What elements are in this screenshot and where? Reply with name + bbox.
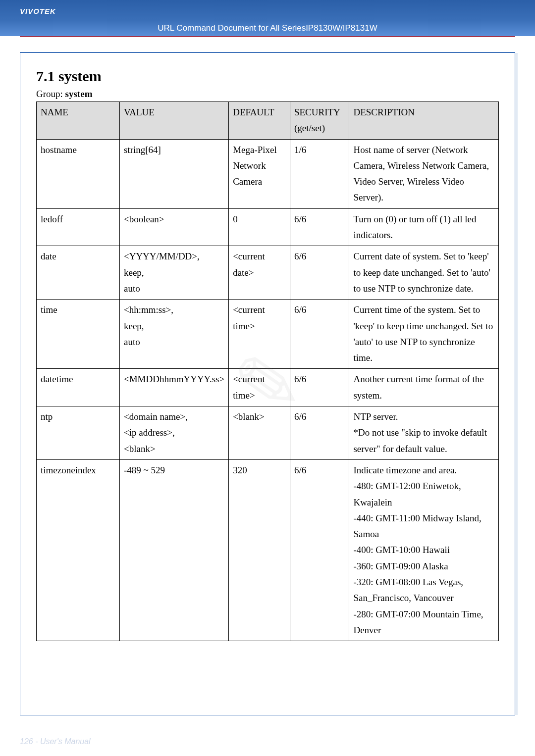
cell-default: <blank> <box>229 406 290 460</box>
header-rule <box>20 36 515 37</box>
cell-desc: Indicate timezone and area. -480: GMT-12… <box>349 459 499 641</box>
group-value: system <box>65 89 93 99</box>
col-security: SECURITY(get/set) <box>290 102 349 140</box>
cell-value: -489 ~ 529 <box>119 459 228 641</box>
cell-security: 1/6 <box>290 139 349 208</box>
table-row: hostnamestring[64]Mega-Pixel Network Cam… <box>37 139 499 208</box>
cell-value: <YYYY/MM/DD>, keep, auto <box>119 246 228 300</box>
col-description: DESCRIPTION <box>349 102 499 140</box>
cell-default: 320 <box>229 459 290 641</box>
cell-security: 6/6 <box>290 406 349 460</box>
cell-value: <boolean> <box>119 208 228 246</box>
page-footer: 126 - User's Manual <box>20 737 91 746</box>
cell-name: ntp <box>37 406 120 460</box>
cell-desc: NTP server. *Do not use "skip to invoke … <box>349 406 499 460</box>
cell-desc: Host name of server (Network Camera, Wir… <box>349 139 499 208</box>
brand-bar: VIVOTEK <box>0 0 535 20</box>
cell-desc: Current time of the system. Set to 'keep… <box>349 300 499 369</box>
cell-value: string[64] <box>119 139 228 208</box>
cell-security: 6/6 <box>290 208 349 246</box>
group-label: Group: <box>36 89 65 99</box>
group-line: Group: system <box>36 89 499 100</box>
cell-name: ledoff <box>37 208 120 246</box>
table-header-row: NAME VALUE DEFAULT SECURITY(get/set) DES… <box>37 102 499 140</box>
section-heading: 7.1 system <box>36 68 499 85</box>
cell-name: datetime <box>37 369 120 406</box>
col-default: DEFAULT <box>229 102 290 140</box>
table-row: date<YYYY/MM/DD>, keep, auto<current dat… <box>37 246 499 300</box>
cell-desc: Another current time format of the syste… <box>349 369 499 406</box>
cell-default: <current time> <box>229 300 290 369</box>
table-row: time<hh:mm:ss>, keep, auto<current time>… <box>37 300 499 369</box>
col-name: NAME <box>37 102 120 140</box>
cell-default: <current date> <box>229 246 290 300</box>
doc-title: URL Command Document for All SeriesIP813… <box>0 20 535 36</box>
cell-security: 6/6 <box>290 300 349 369</box>
system-table: NAME VALUE DEFAULT SECURITY(get/set) DES… <box>36 101 499 641</box>
page-frame: ✎ 7.1 system Group: system NAME VALUE DE… <box>20 52 515 715</box>
cell-default: 0 <box>229 208 290 246</box>
cell-security: 6/6 <box>290 246 349 300</box>
table-row: timezoneindex-489 ~ 5293206/6Indicate ti… <box>37 459 499 641</box>
cell-value: <MMDDhhmmYYYY.ss> <box>119 369 228 406</box>
cell-value: <domain name>, <ip address>, <blank> <box>119 406 228 460</box>
cell-name: time <box>37 300 120 369</box>
cell-security: 6/6 <box>290 459 349 641</box>
table-row: ledoff<boolean>06/6Turn on (0) or turn o… <box>37 208 499 246</box>
cell-desc: Current date of system. Set to 'keep' to… <box>349 246 499 300</box>
cell-desc: Turn on (0) or turn off (1) all led indi… <box>349 208 499 246</box>
cell-name: date <box>37 246 120 300</box>
cell-value: <hh:mm:ss>, keep, auto <box>119 300 228 369</box>
table-row: datetime<MMDDhhmmYYYY.ss><current time>6… <box>37 369 499 406</box>
cell-name: hostname <box>37 139 120 208</box>
table-row: ntp<domain name>, <ip address>, <blank><… <box>37 406 499 460</box>
cell-default: <current time> <box>229 369 290 406</box>
cell-default: Mega-Pixel Network Camera <box>229 139 290 208</box>
cell-security: 6/6 <box>290 369 349 406</box>
col-value: VALUE <box>119 102 228 140</box>
cell-name: timezoneindex <box>37 459 120 641</box>
